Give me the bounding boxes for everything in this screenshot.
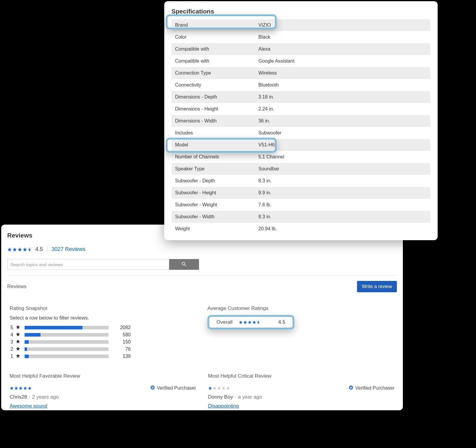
snapshot-bar[interactable] bbox=[25, 326, 109, 329]
star-icon bbox=[16, 332, 20, 338]
average-title: Average Customer Ratings bbox=[207, 305, 394, 311]
write-review-button[interactable]: Write a review bbox=[357, 281, 397, 292]
snapshot-bar[interactable] bbox=[25, 347, 109, 351]
spec-row: Subwoofer - Weight7.6 lb. bbox=[171, 199, 430, 211]
spec-row: Subwoofer - Width8.3 in. bbox=[171, 211, 430, 223]
spec-key: Number of Channels bbox=[171, 151, 258, 163]
reviews-panel: Reviews 4.5 3027 Reviews Reviews Write a… bbox=[1, 225, 403, 410]
snapshot-row[interactable]: 3150 bbox=[10, 339, 189, 345]
overall-stars bbox=[239, 320, 261, 324]
reviews-header-row: Reviews Write a review bbox=[7, 279, 397, 293]
snapshot-count: 2082 bbox=[113, 325, 131, 330]
snapshot-title: Rating Snapshot bbox=[10, 305, 189, 311]
reviews-summary-row: 4.5 3027 Reviews bbox=[7, 246, 397, 252]
spec-key: Subwoofer - Width bbox=[171, 211, 258, 223]
dot-separator: · bbox=[29, 394, 31, 400]
spec-value: 9.9 in. bbox=[258, 187, 430, 199]
overall-score: 4.5 bbox=[278, 319, 285, 325]
spec-value: Google Assistant bbox=[258, 55, 430, 67]
star-icon bbox=[16, 325, 20, 331]
spec-row: ConnectivityBluetooth bbox=[171, 79, 430, 91]
search-icon bbox=[181, 261, 187, 268]
helpful-fav-title: Most Helpful Favorable Review bbox=[10, 373, 196, 379]
search-input[interactable] bbox=[7, 259, 169, 270]
helpful-critical: Most Helpful Critical Review Verified Pu… bbox=[208, 373, 394, 409]
snapshot-star-number: 2 bbox=[10, 346, 13, 352]
spec-key: Model bbox=[171, 139, 258, 151]
reviews-sub-label: Reviews bbox=[7, 284, 26, 290]
spec-key: Subwoofer - Weight bbox=[171, 199, 258, 211]
snapshot-row[interactable]: 4580 bbox=[10, 332, 189, 338]
snapshot-star-number: 4 bbox=[10, 332, 13, 337]
spec-key: Brand bbox=[171, 19, 258, 31]
fav-author: Chris28 bbox=[10, 394, 27, 400]
snapshot-bar[interactable] bbox=[25, 333, 109, 337]
specs-title: Specifications bbox=[171, 8, 430, 15]
spec-value: 2.24 in. bbox=[258, 103, 430, 115]
crit-author: Donny Boy bbox=[208, 394, 233, 400]
spec-row: Subwoofer - Depth8.3 in. bbox=[171, 175, 430, 187]
fav-stars bbox=[10, 386, 32, 390]
snapshot-row[interactable]: 52082 bbox=[10, 325, 189, 331]
spec-key: Color bbox=[171, 31, 258, 43]
spec-value: Bluetooth bbox=[258, 79, 430, 91]
snapshot-count: 139 bbox=[113, 354, 131, 359]
snapshot-count: 150 bbox=[113, 339, 131, 345]
spec-key: Weight bbox=[171, 223, 258, 235]
star-icon bbox=[16, 346, 20, 352]
spec-key: Subwoofer - Height bbox=[171, 187, 258, 199]
overall-highlight: Overall 4.5 bbox=[207, 315, 294, 329]
crit-ago: a year ago bbox=[238, 394, 262, 400]
spec-key: Dimensions - Depth bbox=[171, 91, 258, 103]
spec-row: Compatible withAlexa bbox=[171, 43, 430, 55]
crit-headline[interactable]: Disappointing bbox=[208, 403, 239, 409]
spec-value: 36 in. bbox=[258, 115, 430, 127]
crit-stars bbox=[208, 386, 230, 390]
spec-row: ColorBlack bbox=[171, 31, 430, 43]
verified-icon bbox=[349, 385, 353, 391]
snapshot-star-number: 1 bbox=[10, 354, 13, 359]
snapshot-hint: Select a row below to filter reviews. bbox=[10, 315, 189, 321]
spec-row: Dimensions - Depth3.18 in. bbox=[171, 91, 430, 103]
spec-row: BrandVIZIO bbox=[171, 19, 430, 31]
spec-key: Dimensions - Width bbox=[171, 115, 258, 127]
spec-key: Speaker Type bbox=[171, 163, 258, 175]
snapshot-count: 76 bbox=[113, 346, 131, 352]
spec-row: ModelV51-H6 bbox=[171, 139, 430, 151]
spec-row: Number of Channels5.1 Channel bbox=[171, 151, 430, 163]
spec-row: IncludesSubwoofer bbox=[171, 127, 430, 139]
spec-value: Soundbar bbox=[258, 163, 430, 175]
star-icon bbox=[16, 339, 20, 345]
spec-key: Connection Type bbox=[171, 67, 258, 79]
spec-row: Compatible withGoogle Assistant bbox=[171, 55, 430, 67]
spec-value: VIZIO bbox=[258, 19, 430, 31]
average-ratings: Average Customer Ratings Overall 4.5 bbox=[207, 305, 394, 361]
spec-value: Black bbox=[258, 31, 430, 43]
snapshot-row[interactable]: 1139 bbox=[10, 353, 189, 359]
snapshot-bar[interactable] bbox=[25, 355, 109, 358]
snapshot-count: 580 bbox=[113, 332, 131, 337]
spec-value: 20.94 lb. bbox=[258, 223, 430, 235]
spec-key: Dimensions - Height bbox=[171, 103, 258, 115]
spec-value: 8.3 in. bbox=[258, 175, 430, 187]
spec-value: 3.18 in. bbox=[258, 91, 430, 103]
verified-label: Verified Purchaser bbox=[355, 385, 394, 391]
snapshot-star-number: 5 bbox=[10, 325, 13, 330]
snapshot-star-number: 3 bbox=[10, 339, 13, 345]
verified-label: Verified Purchaser bbox=[157, 385, 196, 391]
spec-key: Compatible with bbox=[171, 43, 258, 55]
search-button[interactable] bbox=[169, 259, 199, 270]
fav-ago: 2 years ago bbox=[32, 394, 59, 400]
reviews-search bbox=[7, 259, 199, 270]
snapshot-bar[interactable] bbox=[25, 340, 109, 344]
divider bbox=[47, 246, 47, 252]
dot-separator: · bbox=[235, 394, 236, 400]
spec-key: Connectivity bbox=[171, 79, 258, 91]
reviews-count-link[interactable]: 3027 Reviews bbox=[52, 246, 85, 252]
spec-value: 5.1 Channel bbox=[258, 151, 430, 163]
spec-value: Alexa bbox=[258, 43, 430, 55]
verified-icon bbox=[150, 385, 155, 391]
fav-headline[interactable]: Awesome sound bbox=[10, 403, 47, 409]
snapshot-row[interactable]: 276 bbox=[10, 346, 189, 352]
spec-key: Subwoofer - Depth bbox=[171, 175, 258, 187]
